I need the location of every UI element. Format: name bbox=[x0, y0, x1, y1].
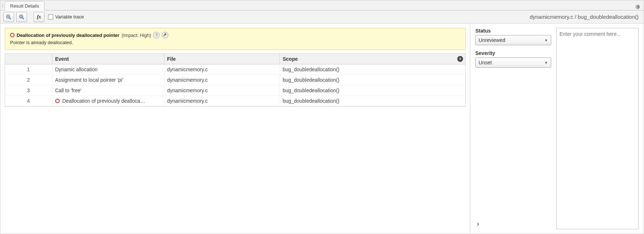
issue-detail: Pointer is already deallocated. bbox=[10, 40, 460, 45]
issue-title: Deallocation of previously deallocated p… bbox=[17, 33, 120, 38]
row-number: 3 bbox=[5, 85, 52, 96]
zoom-in-icon bbox=[6, 14, 12, 20]
row-file: dynamicmemory.c bbox=[164, 96, 280, 106]
row-event-text: Assignment to local pointer 'pi' bbox=[55, 77, 123, 83]
main-body: Deallocation of previously deallocated p… bbox=[0, 24, 644, 234]
minimize-icon bbox=[635, 4, 640, 9]
status-dropdown[interactable]: Unreviewed ▼ bbox=[475, 35, 551, 45]
severity-label: Severity bbox=[475, 50, 551, 56]
toolbar: fx Variable trace dynamicmemory.c / bug_… bbox=[0, 10, 644, 24]
breadcrumb-file: dynamicmemory.c bbox=[530, 14, 573, 20]
chevron-down-icon: ▼ bbox=[544, 61, 548, 65]
wrench-icon bbox=[163, 33, 167, 37]
table-row[interactable]: 1Dynamic allocationdynamicmemory.cbug_do… bbox=[5, 64, 465, 75]
row-scope: bug_doubledeallocation() bbox=[280, 85, 465, 96]
row-file: dynamicmemory.c bbox=[164, 85, 280, 96]
row-event: Deallocation of previously dealloca… bbox=[52, 96, 164, 106]
expand-button[interactable]: › bbox=[475, 218, 481, 229]
col-header-event[interactable]: Event bbox=[52, 54, 164, 64]
row-file: dynamicmemory.c bbox=[164, 64, 280, 75]
row-number: 2 bbox=[5, 75, 52, 85]
table-row[interactable]: 2Assignment to local pointer 'pi'dynamic… bbox=[5, 75, 465, 85]
help-button[interactable]: ? bbox=[153, 32, 160, 38]
tab-result-details[interactable]: Result Details bbox=[5, 1, 44, 10]
minimize-button[interactable] bbox=[634, 4, 641, 10]
svg-line-2 bbox=[9, 18, 11, 19]
severity-dropdown[interactable]: Unset ▼ bbox=[475, 58, 551, 68]
col-header-scope-label: Scope bbox=[283, 56, 298, 62]
checkbox-box-icon bbox=[48, 14, 53, 20]
left-pane: Deallocation of previously deallocated p… bbox=[0, 24, 470, 234]
row-event-text: Deallocation of previously dealloca… bbox=[62, 98, 146, 104]
table-row[interactable]: 4Deallocation of previously dealloca…dyn… bbox=[5, 96, 465, 106]
row-event-text: Dynamic allocation bbox=[55, 67, 98, 72]
zoom-list-icon bbox=[19, 14, 25, 20]
plus-icon: + bbox=[459, 56, 461, 61]
help-icon: ? bbox=[155, 33, 157, 37]
tab-bar: Result Details bbox=[0, 0, 644, 10]
row-number: 1 bbox=[5, 64, 52, 75]
tab-label: Result Details bbox=[10, 3, 39, 9]
breadcrumb: dynamicmemory.c / bug_doubledeallocation… bbox=[530, 14, 641, 20]
comment-column bbox=[556, 28, 639, 229]
col-header-file[interactable]: File bbox=[164, 54, 280, 64]
row-event-text: Call to 'free' bbox=[55, 88, 82, 93]
breadcrumb-scope: bug_doubledeallocation() bbox=[578, 14, 639, 20]
svg-line-6 bbox=[22, 18, 24, 19]
issue-impact: (Impact: High) bbox=[122, 33, 151, 38]
chevron-down-icon: ▼ bbox=[544, 38, 548, 42]
status-label: Status bbox=[475, 28, 551, 34]
tab-grip-icon bbox=[0, 0, 3, 10]
row-event: Assignment to local pointer 'pi' bbox=[52, 75, 164, 85]
row-scope: bug_doubledeallocation() bbox=[280, 96, 465, 106]
events-table-wrap: Event File Scope + 1Dynamic allocationdy… bbox=[5, 54, 466, 107]
review-controls: Status Unreviewed ▼ Severity Unset ▼ › bbox=[475, 28, 551, 229]
table-header-row: Event File Scope + bbox=[5, 54, 465, 64]
row-number: 4 bbox=[5, 96, 52, 106]
variable-trace-label: Variable trace bbox=[55, 14, 84, 20]
app-root: Result Details bbox=[0, 0, 644, 234]
severity-value: Unset bbox=[479, 60, 492, 65]
issue-banner: Deallocation of previously deallocated p… bbox=[5, 28, 466, 50]
add-column-button[interactable]: + bbox=[457, 56, 463, 62]
row-file: dynamicmemory.c bbox=[164, 75, 280, 85]
issue-severity-icon bbox=[10, 33, 14, 37]
breadcrumb-sep: / bbox=[573, 14, 578, 20]
row-event: Dynamic allocation bbox=[52, 64, 164, 75]
row-scope: bug_doubledeallocation() bbox=[280, 64, 465, 75]
fx-label: fx bbox=[37, 14, 41, 20]
variable-trace-checkbox[interactable]: Variable trace bbox=[48, 14, 84, 20]
zoom-list-button[interactable] bbox=[16, 12, 27, 22]
issue-severity-icon bbox=[55, 99, 60, 103]
comment-input[interactable] bbox=[556, 28, 639, 229]
fx-button[interactable]: fx bbox=[34, 12, 44, 22]
zoom-in-button[interactable] bbox=[3, 12, 14, 22]
table-row[interactable]: 3Call to 'free'dynamicmemory.cbug_double… bbox=[5, 85, 465, 96]
configure-button[interactable] bbox=[162, 32, 168, 38]
col-header-num[interactable] bbox=[5, 54, 52, 64]
events-table: Event File Scope + 1Dynamic allocationdy… bbox=[5, 54, 465, 106]
row-scope: bug_doubledeallocation() bbox=[280, 75, 465, 85]
right-pane: Status Unreviewed ▼ Severity Unset ▼ › bbox=[470, 24, 644, 234]
status-value: Unreviewed bbox=[479, 37, 505, 43]
row-event: Call to 'free' bbox=[52, 85, 164, 96]
chevron-right-icon: › bbox=[477, 220, 479, 227]
col-header-scope[interactable]: Scope + bbox=[280, 54, 465, 64]
